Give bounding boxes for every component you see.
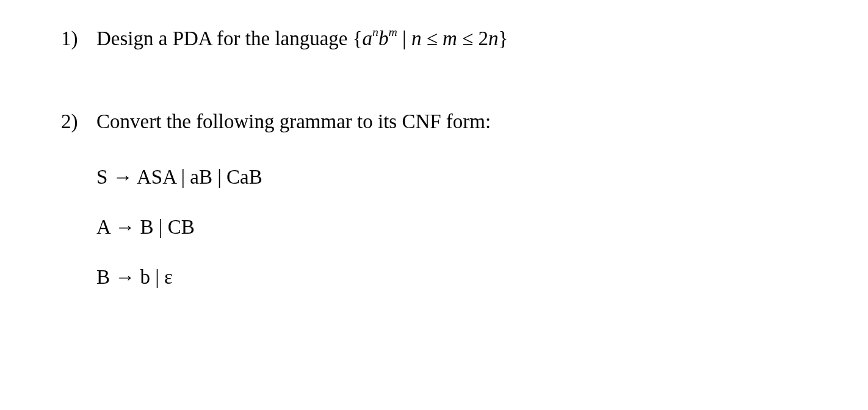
problem-1-content: Design a PDA for the language {anbm | n … bbox=[96, 24, 807, 52]
problem-2: 2) Convert the following grammar to its … bbox=[61, 107, 807, 289]
var-a: a bbox=[363, 27, 373, 49]
var-m2: m bbox=[443, 27, 457, 49]
grammar-rules: S → ASA | aB | CaB A → B | CB B → b | ε bbox=[61, 166, 807, 289]
bar: | bbox=[397, 27, 411, 49]
problem-1-set: {anbm | n ≤ m ≤ 2n} bbox=[353, 27, 508, 49]
exp-n1: n bbox=[372, 25, 378, 38]
problem-1: 1) Design a PDA for the language {anbm |… bbox=[61, 24, 807, 52]
grammar-rule-2: A → B | CB bbox=[96, 216, 807, 239]
problem-1-number: 1) bbox=[61, 24, 96, 52]
var-n2: n bbox=[411, 27, 422, 49]
two: 2 bbox=[478, 27, 488, 49]
set-open: { bbox=[353, 27, 363, 49]
var-n3: n bbox=[488, 27, 499, 49]
problem-2-line: 2) Convert the following grammar to its … bbox=[61, 107, 807, 135]
problem-1-prefix: Design a PDA for the language bbox=[96, 27, 353, 49]
grammar-rule-1: S → ASA | aB | CaB bbox=[96, 166, 807, 189]
leq2: ≤ bbox=[457, 27, 479, 49]
problem-1-line: 1) Design a PDA for the language {anbm |… bbox=[61, 24, 807, 52]
exp-m1: m bbox=[388, 25, 397, 38]
grammar-rule-3: B → b | ε bbox=[96, 266, 807, 289]
problem-2-text: Convert the following grammar to its CNF… bbox=[96, 107, 807, 135]
set-close: } bbox=[498, 27, 508, 49]
problem-2-number: 2) bbox=[61, 107, 96, 135]
leq1: ≤ bbox=[421, 27, 443, 49]
var-b: b bbox=[378, 27, 389, 49]
